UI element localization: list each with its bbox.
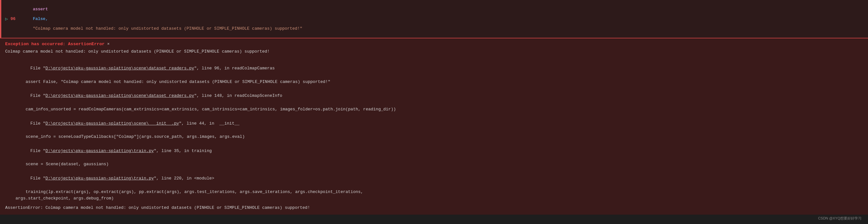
file-line-0: File "D:\projects\pku-gaussian-splatting… xyxy=(5,59,863,79)
traceback-container: File "D:\projects\pku-gaussian-splatting… xyxy=(5,59,863,202)
file-link-1[interactable]: D:\projects\pku-gaussian-splatting\scene… xyxy=(45,93,194,98)
code-snippet-2: scene_info = sceneLoadTypeCallbacks["Col… xyxy=(5,134,863,140)
file-prefix-3: File " xyxy=(25,149,45,153)
traceback-entry-3: File "D:\projects\pku-gaussian-splatting… xyxy=(5,141,863,168)
watermark: CSDN @XYQ想要好好学习 xyxy=(818,216,862,221)
space2 xyxy=(33,21,35,26)
file-suffix-4: ", line 220, in <module> xyxy=(154,176,214,181)
code-string: "Colmap camera model not handled: only u… xyxy=(33,26,303,31)
code-snippet-0: assert False, "Colmap camera model not h… xyxy=(5,79,863,86)
exception-message: Colmap camera model not handled: only un… xyxy=(5,49,863,55)
file-prefix-4: File " xyxy=(25,176,45,181)
kw-false: False, xyxy=(33,17,48,21)
file-line-1: File "D:\projects\pku-gaussian-splatting… xyxy=(5,86,863,106)
code-assertion: assert False, "Colmap camera model not h… xyxy=(23,2,302,36)
file-suffix-1: ", line 148, in readColmapSceneInfo xyxy=(194,93,282,98)
traceback-entry-4: File "D:\projects\pku-gaussian-splatting… xyxy=(5,168,863,202)
code-snippet-1: cam_infos_unsorted = readColmapCameras(c… xyxy=(5,106,863,113)
traceback-entry-0: File "D:\projects\pku-gaussian-splatting… xyxy=(5,59,863,86)
file-suffix-3: ", line 35, in training xyxy=(154,149,212,153)
file-line-4: File "D:\projects\pku-gaussian-splatting… xyxy=(5,168,863,189)
file-prefix-2: File " xyxy=(25,121,45,126)
code-bar: ▷ 96 assert False, "Colmap camera model … xyxy=(0,0,868,38)
kw-assert: assert xyxy=(33,7,48,11)
file-prefix-1: File " xyxy=(25,93,45,98)
exception-title: Exception has occurred: AssertionError xyxy=(5,42,104,46)
file-line-3: File "D:\projects\pku-gaussian-splatting… xyxy=(5,141,863,161)
space1 xyxy=(33,11,35,17)
file-link-4[interactable]: D:\projects\pku-gaussian-splatting\train… xyxy=(45,176,154,181)
file-link-3[interactable]: D:\projects\pku-gaussian-splatting\train… xyxy=(45,149,154,153)
close-button[interactable]: × xyxy=(107,42,110,46)
file-suffix-0: ", line 96, in readColmapCameras xyxy=(194,66,275,71)
play-icon: ▷ xyxy=(5,16,8,22)
exception-header: Exception has occurred: AssertionError × xyxy=(5,42,863,46)
traceback-entry-1: File "D:\projects\pku-gaussian-splatting… xyxy=(5,86,863,113)
final-error-line: AssertionError: Colmap camera model not … xyxy=(5,205,863,212)
exception-panel: Exception has occurred: AssertionError ×… xyxy=(0,38,868,215)
file-link-2[interactable]: D:\projects\pku-gaussian-splatting\scene… xyxy=(45,121,179,126)
file-prefix-0: File " xyxy=(25,66,45,71)
line-number: 96 xyxy=(10,17,20,21)
traceback-entry-2: File "D:\projects\pku-gaussian-splatting… xyxy=(5,114,863,140)
code-snippet-3: scene = Scene(dataset, gaussians) xyxy=(5,161,863,168)
file-suffix-2: ", line 44, in __init__ xyxy=(179,121,239,126)
code-snippet-4: training(lp.extract(args), op.extract(ar… xyxy=(5,189,863,202)
file-link-0[interactable]: D:\projects\pku-gaussian-splatting\scene… xyxy=(45,66,194,71)
file-line-2: File "D:\projects\pku-gaussian-splatting… xyxy=(5,114,863,134)
